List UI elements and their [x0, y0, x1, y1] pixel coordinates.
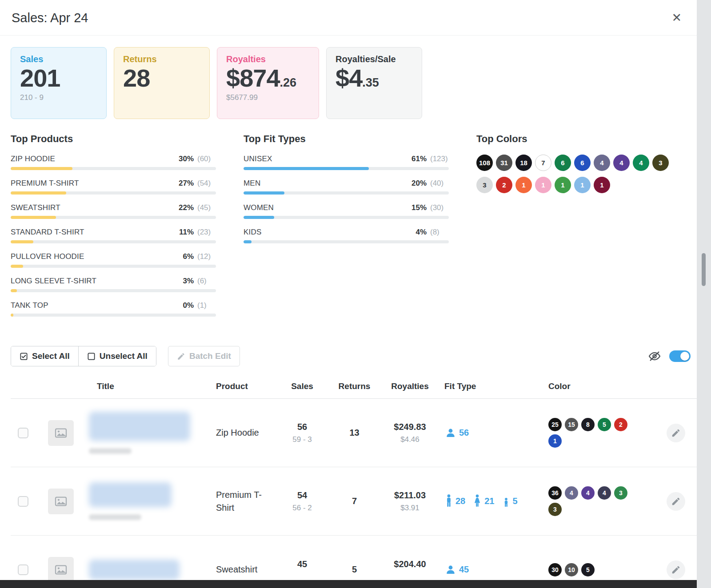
- royalties-value: $204.40: [380, 559, 440, 569]
- blurred-title-sub: [89, 448, 132, 454]
- color-count-badge: 3: [476, 177, 493, 193]
- row-checkbox[interactable]: [18, 564, 28, 575]
- toggle-knob: [680, 352, 689, 361]
- edit-row-button[interactable]: [667, 560, 685, 579]
- unselect-all-button[interactable]: Unselect All: [78, 346, 156, 366]
- top-colors-row: 10831187664443: [476, 155, 669, 171]
- royalties-sub: [380, 572, 440, 580]
- bar-item-count: (40): [430, 179, 449, 188]
- bar-item-pct: 27%: [179, 179, 194, 188]
- stat-card: Sales 201 210 - 9: [11, 47, 107, 119]
- bar-fill: [11, 216, 56, 219]
- unisex-icon: [445, 564, 456, 575]
- bottom-bar: [0, 580, 711, 588]
- header-royalties: Royalties: [380, 381, 440, 391]
- modal-header: Sales: Apr 24 ✕: [0, 0, 711, 36]
- fit-cell: 45: [440, 564, 542, 575]
- bar-track: [11, 216, 216, 219]
- pencil-icon: [671, 428, 681, 438]
- visibility-toggle[interactable]: [669, 350, 691, 362]
- visibility-off-icon[interactable]: [648, 350, 661, 363]
- top-colors-section: Top Colors 108311876644433211111: [476, 133, 669, 326]
- sales-value: 54: [276, 490, 329, 501]
- color-count-badge: 2: [614, 418, 627, 431]
- bar-item-name: MEN: [244, 179, 260, 188]
- bar-item-pct: 20%: [411, 179, 427, 188]
- blurred-title-sub: [89, 514, 141, 520]
- scrollbar-thumb[interactable]: [702, 253, 706, 286]
- header-sales: Sales: [276, 381, 329, 391]
- bar-item-pct: 0%: [183, 301, 194, 310]
- blurred-title: [80, 482, 209, 520]
- bar-item-pct: 61%: [411, 155, 427, 163]
- top-products-section: Top Products ZIP HOODIE 30% (60) PREMIUM…: [11, 133, 216, 326]
- fit-count: 21: [484, 496, 494, 506]
- edit-row-button[interactable]: [667, 492, 685, 511]
- bar-item-count: (8): [430, 228, 449, 237]
- thumbnail: [48, 557, 74, 583]
- thumbnail: [48, 489, 74, 514]
- sales-sub: 59 - 3: [276, 435, 329, 444]
- toolbar-right: [648, 350, 691, 363]
- bar-item-pct: 11%: [179, 228, 194, 237]
- bar-item-top: ZIP HOODIE 30% (60): [11, 155, 216, 163]
- men-icon: [445, 494, 452, 509]
- batch-edit-button[interactable]: Batch Edit: [168, 346, 240, 366]
- bar-item-top: TANK TOP 0% (1): [11, 301, 216, 310]
- color-count-badge: 18: [515, 155, 532, 171]
- sales-table: Title Product Sales Returns Royalties Fi…: [0, 366, 711, 588]
- row-checkbox[interactable]: [18, 496, 28, 507]
- pencil-icon: [671, 497, 681, 506]
- color-count-badge: 4: [613, 155, 630, 171]
- top-colors-row: 3211111: [476, 177, 669, 193]
- edit-row-button[interactable]: [667, 424, 685, 442]
- stat-value: $4.35: [336, 64, 413, 92]
- color-cell: 30105: [542, 563, 631, 576]
- product-cell: Zip Hoodie: [209, 426, 276, 439]
- stat-label: Sales: [20, 54, 97, 64]
- table-row: Premium T-Shirt 54 56 - 2 7 $211.03 $3.9…: [11, 467, 700, 536]
- pencil-icon: [177, 352, 185, 361]
- bar-item-count: (54): [197, 179, 216, 188]
- selection-button-group: Select All Unselect All: [11, 346, 156, 366]
- stat-big: $874: [226, 64, 280, 92]
- fit-count: 5: [513, 496, 518, 506]
- bar-item-count: (45): [197, 203, 216, 212]
- color-count-badge: 4: [633, 155, 649, 171]
- bar-item: PULLOVER HOODIE 6% (12): [11, 252, 216, 268]
- header-returns: Returns: [329, 381, 380, 391]
- color-count-badge: 1: [548, 434, 562, 448]
- blurred-title-main: [89, 482, 172, 507]
- color-count-badge: 7: [535, 155, 551, 171]
- bar-item-count: (23): [197, 228, 216, 237]
- checkbox-checked-icon: [20, 352, 28, 361]
- fit-cell: 56: [440, 428, 542, 438]
- sales-sub: 56 - 2: [276, 504, 329, 513]
- bar-item: SWEATSHIRT 22% (45): [11, 203, 216, 219]
- color-count-badge: 30: [548, 563, 562, 576]
- top-products-title: Top Products: [11, 133, 216, 145]
- color-count-badge: 5: [581, 563, 595, 576]
- scrollbar-track[interactable]: [697, 0, 711, 588]
- sales-value: 45: [276, 559, 329, 569]
- color-cell: 25158521: [542, 418, 631, 448]
- bar-item-name: WOMEN: [244, 203, 274, 212]
- product-cell: Sweatshirt: [209, 563, 276, 576]
- bar-item: TANK TOP 0% (1): [11, 301, 216, 317]
- color-count-badge: 10: [565, 563, 578, 576]
- top-colors-grid: 108311876644433211111: [476, 155, 669, 193]
- top-fit-types-list: UNISEX 61% (123) MEN 20% (40) WOMEN 15% …: [244, 155, 449, 243]
- row-checkbox[interactable]: [18, 428, 28, 438]
- select-all-button[interactable]: Select All: [11, 346, 78, 366]
- bar-fill: [11, 265, 23, 268]
- bar-item-name: PREMIUM T-SHIRT: [11, 179, 79, 188]
- bar-track: [11, 167, 216, 170]
- color-count-badge: 36: [548, 486, 562, 500]
- image-placeholder-icon: [54, 426, 68, 440]
- close-icon[interactable]: ✕: [669, 12, 684, 24]
- bar-item: LONG SLEEVE T-SHIRT 3% (6): [11, 277, 216, 292]
- bar-item-pct: 22%: [179, 203, 194, 212]
- kids-icon: [503, 494, 510, 509]
- product-cell: Premium T-Shirt: [209, 489, 276, 514]
- women-icon: [473, 494, 481, 509]
